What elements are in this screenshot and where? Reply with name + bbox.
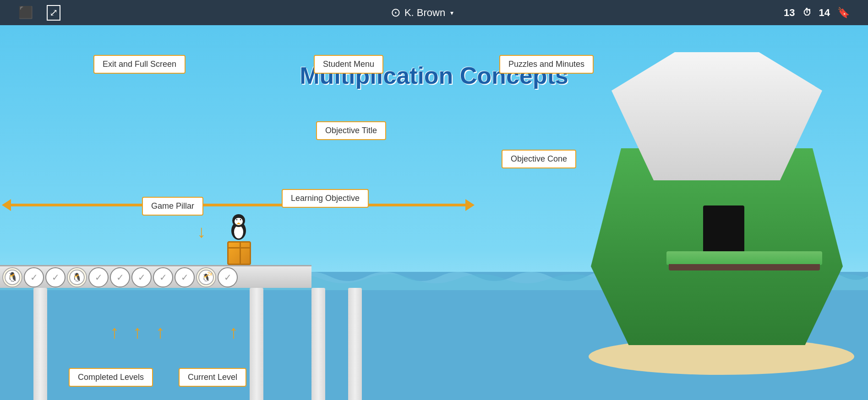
- dropdown-icon[interactable]: ▾: [450, 9, 453, 16]
- navbar: ⬛ ⤢ ⊙ K. Brown ▾ 13 ⏱ 14 🔖: [0, 0, 868, 25]
- completed-arrow-2: ↑: [133, 323, 142, 341]
- level-icon-5[interactable]: ✓: [88, 267, 109, 287]
- annotation-game-pillar: Game Pillar: [142, 197, 203, 216]
- svg-text:2x: 2x: [207, 271, 213, 276]
- current-level-crate: [227, 241, 251, 265]
- level-icon-2[interactable]: ✓: [24, 267, 44, 287]
- pillar-1: [33, 288, 47, 400]
- game-area: Multiplication Concepts 🐧 ✓ ✓ 🐧 ✓ ✓ ✓ ✓ …: [0, 25, 868, 400]
- annotation-objective-cone: Objective Cone: [502, 150, 576, 168]
- level-icon-3[interactable]: ✓: [45, 267, 66, 287]
- svg-text:🐧: 🐧: [7, 271, 18, 282]
- level-icon-7[interactable]: ✓: [131, 267, 152, 287]
- pillar-4: [348, 288, 362, 400]
- svg-point-8: [234, 226, 243, 238]
- student-name[interactable]: K. Brown: [404, 7, 445, 19]
- mountain-door: [703, 205, 744, 251]
- game-pillar-arrow: ↓: [197, 223, 206, 240]
- student-avatar-icon: ⊙: [391, 5, 401, 20]
- platform-strip: 🐧 ✓ ✓ 🐧 ✓ ✓ ✓ ✓ ✓ 🐧 2x ✓: [0, 265, 311, 288]
- nav-left: ⬛ ⤢: [18, 5, 60, 21]
- exit-icon[interactable]: ⬛: [18, 5, 33, 20]
- level-icon-4[interactable]: 🐧: [67, 267, 87, 287]
- current-arrow: ↑: [229, 323, 238, 341]
- nav-center: ⊙ K. Brown ▾: [391, 5, 453, 20]
- annotation-exit-fullscreen: Exit and Full Screen: [93, 55, 186, 74]
- learning-objective-arrow: [9, 204, 467, 206]
- annotation-learning-objective: Learning Objective: [282, 189, 369, 208]
- level-icon-11[interactable]: ✓: [218, 267, 238, 287]
- svg-point-14: [236, 219, 237, 220]
- annotation-current-level: Current Level: [179, 368, 246, 387]
- annotation-puzzles-minutes: Puzzles and Minutes: [499, 55, 594, 74]
- bookmark-icon: 🔖: [837, 7, 850, 19]
- minutes-count: 14: [819, 7, 830, 19]
- level-icon-1[interactable]: 🐧: [2, 267, 22, 287]
- annotation-student-menu: Student Menu: [314, 55, 383, 74]
- pillar-3: [311, 288, 325, 400]
- pillar-2: [250, 288, 263, 400]
- penguin-character: [227, 211, 250, 241]
- level-icon-9[interactable]: ✓: [175, 267, 195, 287]
- completed-arrow-1: ↑: [110, 323, 119, 341]
- level-icon-6[interactable]: ✓: [110, 267, 130, 287]
- fullscreen-icon[interactable]: ⤢: [47, 5, 60, 21]
- puzzles-count: 13: [784, 7, 795, 19]
- annotation-completed-levels: Completed Levels: [69, 368, 153, 387]
- level-icon-8[interactable]: ✓: [153, 267, 173, 287]
- level-icon-10[interactable]: 🐧 2x: [196, 267, 216, 287]
- completed-arrow-3: ↑: [156, 323, 165, 341]
- timer-icon: ⏱: [802, 7, 812, 18]
- svg-text:🐧: 🐧: [72, 272, 82, 282]
- mountain-ledge: [666, 251, 822, 265]
- nav-right: 13 ⏱ 14 🔖: [784, 7, 850, 19]
- svg-point-15: [240, 219, 241, 220]
- annotation-objective-title: Objective Title: [316, 121, 386, 140]
